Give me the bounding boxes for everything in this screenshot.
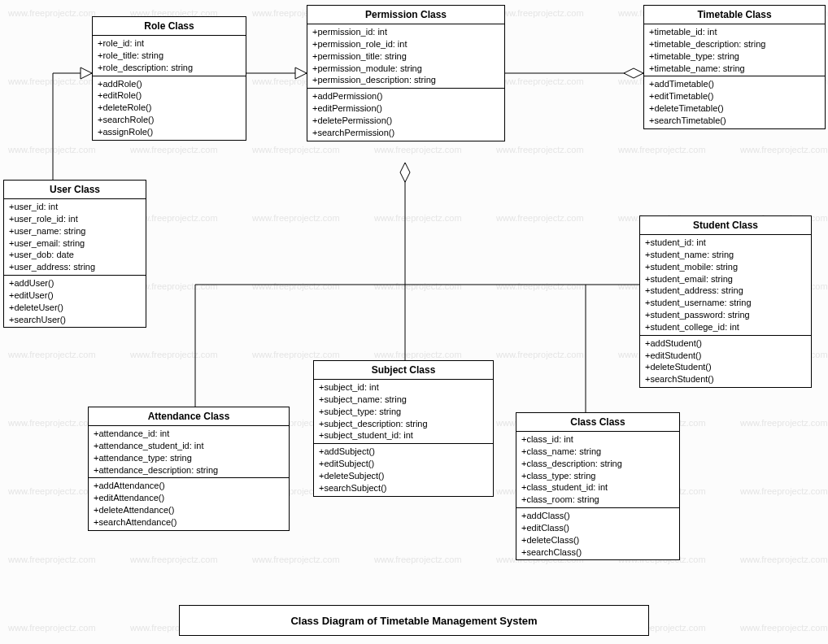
uml-line: +permission_id: int bbox=[312, 26, 499, 38]
watermark-text: www.freeprojectz.com bbox=[496, 8, 584, 18]
watermark-text: www.freeprojectz.com bbox=[252, 145, 340, 154]
uml-line: +addRole() bbox=[98, 78, 241, 90]
attributes-section: +class_id: int+class_name: string+class_… bbox=[516, 432, 679, 508]
uml-line: +timetable_name: string bbox=[649, 63, 820, 75]
uml-line: +permission_title: string bbox=[312, 50, 499, 63]
uml-line: +attendance_type: string bbox=[94, 452, 284, 464]
methods-section: +addStudent()+editStudent()+deleteStuden… bbox=[640, 336, 811, 387]
uml-line: +addAttendance() bbox=[94, 480, 284, 492]
uml-line: +attendance_student_id: int bbox=[94, 440, 284, 452]
uml-line: +addClass() bbox=[521, 510, 674, 522]
uml-line: +class_description: string bbox=[521, 458, 674, 470]
class-student: Student Class +student_id: int+student_n… bbox=[639, 215, 812, 388]
uml-line: +searchClass() bbox=[521, 546, 674, 559]
class-attendance: Attendance Class +attendance_id: int+att… bbox=[88, 407, 290, 531]
uml-line: +searchRole() bbox=[98, 114, 241, 126]
class-user: User Class +user_id: int+user_role_id: i… bbox=[3, 180, 146, 328]
svg-marker-4 bbox=[624, 68, 643, 78]
watermark-text: www.freeprojectz.com bbox=[130, 145, 218, 154]
methods-section: +addAttendance()+editAttendance()+delete… bbox=[89, 478, 289, 529]
uml-line: +deleteStudent() bbox=[645, 361, 806, 373]
uml-line: +editTimetable() bbox=[649, 90, 820, 102]
uml-line: +addSubject() bbox=[319, 446, 488, 458]
uml-line: +timetable_type: string bbox=[649, 50, 820, 63]
uml-line: +addUser() bbox=[9, 277, 141, 289]
uml-line: +searchStudent() bbox=[645, 373, 806, 385]
class-title: Student Class bbox=[640, 216, 811, 235]
uml-line: +deleteClass() bbox=[521, 534, 674, 546]
watermark-text: www.freeprojectz.com bbox=[374, 350, 462, 359]
class-role: Role Class +role_id: int+role_title: str… bbox=[92, 16, 246, 141]
uml-line: +student_address: string bbox=[645, 285, 806, 297]
uml-line: +permission_module: string bbox=[312, 63, 499, 75]
uml-line: +editStudent() bbox=[645, 350, 806, 362]
class-title: Class Class bbox=[516, 413, 679, 432]
uml-line: +editAttendance() bbox=[94, 492, 284, 504]
uml-line: +deleteAttendance() bbox=[94, 504, 284, 516]
uml-line: +attendance_description: string bbox=[94, 464, 284, 476]
uml-line: +class_id: int bbox=[521, 433, 674, 446]
uml-line: +role_description: string bbox=[98, 62, 241, 74]
class-title: Subject Class bbox=[314, 361, 493, 380]
methods-section: +addUser()+editUser()+deleteUser()+searc… bbox=[4, 276, 146, 327]
watermark-text: www.freeprojectz.com bbox=[374, 281, 462, 291]
diagram-title: Class Diagram of Timetable Management Sy… bbox=[179, 605, 649, 636]
uml-line: +deleteUser() bbox=[9, 302, 141, 314]
class-title: Attendance Class bbox=[89, 407, 289, 426]
uml-line: +student_college_id: int bbox=[645, 321, 806, 333]
uml-line: +student_name: string bbox=[645, 249, 806, 261]
uml-line: +user_role_id: int bbox=[9, 213, 141, 225]
methods-section: +addTimetable()+editTimetable()+deleteTi… bbox=[644, 76, 825, 128]
uml-line: +editPermission() bbox=[312, 102, 499, 115]
watermark-text: www.freeprojectz.com bbox=[496, 213, 584, 223]
watermark-text: www.freeprojectz.com bbox=[252, 555, 340, 564]
watermark-text: www.freeprojectz.com bbox=[8, 76, 96, 86]
watermark-text: www.freeprojectz.com bbox=[252, 281, 340, 291]
uml-line: +addPermission() bbox=[312, 90, 499, 102]
uml-line: +student_password: string bbox=[645, 309, 806, 321]
uml-line: +searchSubject() bbox=[319, 482, 488, 494]
watermark-text: www.freeprojectz.com bbox=[8, 8, 96, 18]
class-subject: Subject Class +subject_id: int+subject_n… bbox=[313, 360, 494, 497]
methods-section: +addSubject()+editSubject()+deleteSubjec… bbox=[314, 444, 493, 495]
uml-line: +addStudent() bbox=[645, 337, 806, 350]
uml-line: +subject_type: string bbox=[319, 406, 488, 418]
diagram-title-text: Class Diagram of Timetable Management Sy… bbox=[290, 615, 537, 627]
uml-line: +subject_description: string bbox=[319, 418, 488, 430]
uml-line: +class_room: string bbox=[521, 494, 674, 506]
uml-line: +timetable_description: string bbox=[649, 38, 820, 50]
watermark-text: www.freeprojectz.com bbox=[618, 145, 706, 154]
uml-line: +class_type: string bbox=[521, 470, 674, 482]
uml-line: +student_mobile: string bbox=[645, 261, 806, 273]
watermark-text: www.freeprojectz.com bbox=[8, 350, 96, 359]
uml-line: +editClass() bbox=[521, 522, 674, 534]
uml-line: +editRole() bbox=[98, 89, 241, 102]
watermark-text: www.freeprojectz.com bbox=[130, 555, 218, 564]
uml-line: +student_id: int bbox=[645, 237, 806, 249]
uml-line: +attendance_id: int bbox=[94, 428, 284, 440]
watermark-text: www.freeprojectz.com bbox=[740, 623, 828, 633]
watermark-text: www.freeprojectz.com bbox=[496, 145, 584, 154]
uml-line: +user_name: string bbox=[9, 225, 141, 237]
watermark-text: www.freeprojectz.com bbox=[496, 350, 584, 359]
uml-line: +permission_role_id: int bbox=[312, 38, 499, 50]
uml-line: +timetable_id: int bbox=[649, 26, 820, 38]
watermark-text: www.freeprojectz.com bbox=[252, 350, 340, 359]
watermark-text: www.freeprojectz.com bbox=[252, 213, 340, 223]
attributes-section: +user_id: int+user_role_id: int+user_nam… bbox=[4, 199, 146, 276]
uml-line: +student_username: string bbox=[645, 297, 806, 309]
svg-marker-0 bbox=[81, 67, 92, 79]
uml-line: +student_email: string bbox=[645, 273, 806, 285]
uml-line: +permission_description: string bbox=[312, 74, 499, 86]
attributes-section: +subject_id: int+subject_name: string+su… bbox=[314, 380, 493, 444]
methods-section: +addClass()+editClass()+deleteClass()+se… bbox=[516, 508, 679, 559]
watermark-text: www.freeprojectz.com bbox=[8, 555, 96, 564]
watermark-text: www.freeprojectz.com bbox=[374, 555, 462, 564]
watermark-text: www.freeprojectz.com bbox=[496, 281, 584, 291]
uml-line: +editUser() bbox=[9, 289, 141, 302]
svg-marker-2 bbox=[295, 67, 307, 79]
attributes-section: +permission_id: int+permission_role_id: … bbox=[307, 24, 504, 89]
attributes-section: +student_id: int+student_name: string+st… bbox=[640, 235, 811, 336]
watermark-text: www.freeprojectz.com bbox=[8, 418, 96, 428]
uml-line: +addTimetable() bbox=[649, 78, 820, 90]
